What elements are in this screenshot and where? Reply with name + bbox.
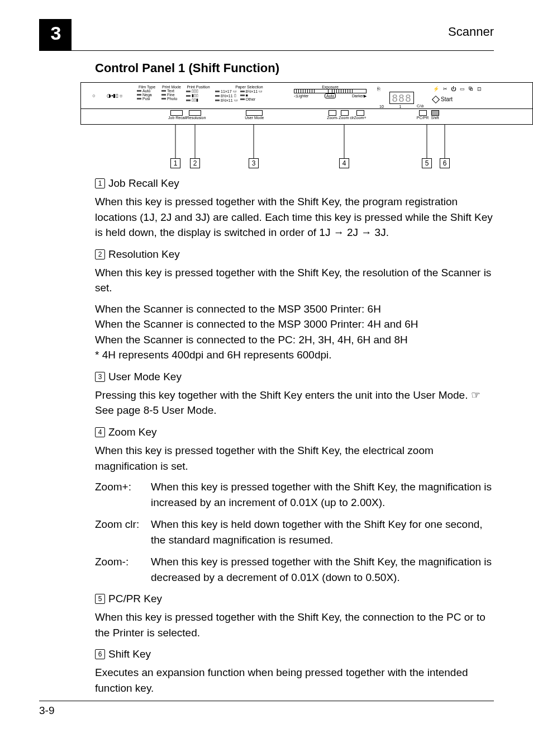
key-5-title: 5PC/PR Key xyxy=(95,593,494,605)
key-1-label: Job Recall Key xyxy=(108,177,179,190)
counter-one-label: 1 xyxy=(399,105,401,108)
zoom-row: Zoom clr:When this key is held down toge… xyxy=(95,517,494,547)
key-2-label: Resolution Key xyxy=(108,248,180,261)
zoom-clr-key[interactable] xyxy=(341,110,349,116)
counter-ten-label: 10 xyxy=(379,105,384,108)
callout-2: 2 xyxy=(190,158,200,168)
zoom-text: When this key is held down together with… xyxy=(151,517,494,547)
key-6-title: 6Shift Key xyxy=(95,648,494,660)
film-type-auto: Auto xyxy=(142,89,150,93)
zoom-label: Zoom-: xyxy=(95,554,151,585)
key-5-paragraph: When this key is pressed together with t… xyxy=(95,609,494,640)
callout-3: 3 xyxy=(249,158,259,168)
paper-11x17: 11×17 xyxy=(221,89,232,93)
job-recall-key[interactable] xyxy=(170,110,183,116)
user-mode-label: User Mode xyxy=(244,116,265,120)
film-type-nega: Nega xyxy=(142,93,152,97)
paper-8half-b: 8½×11 xyxy=(221,98,233,102)
counter-stop-label: C/ xyxy=(417,104,421,108)
exposure-lighter: Lighter xyxy=(297,94,308,98)
exposure-darker: Darker xyxy=(352,94,364,98)
key-4-number-icon: 4 xyxy=(95,427,105,437)
print-mode-header: Print Mode xyxy=(161,85,182,89)
key-1-number-icon: 1 xyxy=(95,178,105,188)
paper-8half-a: 8½×11 xyxy=(221,94,233,98)
key-3-paragraph: Pressing this key together with the Shif… xyxy=(95,388,494,418)
key-2-number-icon: 2 xyxy=(95,249,105,259)
callout-6: 6 xyxy=(440,158,450,168)
key-2-paragraph: When this key is pressed together with t… xyxy=(95,265,494,296)
counter-digits: 888 xyxy=(389,92,414,104)
resolution-key[interactable] xyxy=(189,110,201,116)
print-mode-text: Text xyxy=(167,89,174,93)
exposure-auto: Auto xyxy=(325,93,336,98)
resolution-label: Resolusion xyxy=(187,116,206,120)
exposure-header: Exposure xyxy=(322,85,339,89)
key-2-title: 2Resolution Key xyxy=(95,248,494,261)
key-5-number-icon: 5 xyxy=(95,594,105,604)
paper-selection-header: Paper Selection xyxy=(215,85,283,89)
film-type-header: Film Type xyxy=(137,85,157,89)
start-label: Start xyxy=(441,96,453,102)
key-4-paragraph: When this key is pressed together with t… xyxy=(95,443,494,474)
pcpr-label: PC/PR xyxy=(417,116,429,120)
zoom-minus-label: Zoom- xyxy=(326,116,339,120)
figure-callouts: 1 2 3 4 5 6 xyxy=(80,125,533,169)
key-6-label: Shift Key xyxy=(108,648,151,660)
paper-other: Other xyxy=(246,97,256,101)
job-recall-label: Job Recall xyxy=(168,116,187,120)
key-6-paragraph: Executes an expansion function when bein… xyxy=(95,665,494,696)
print-mode-photo: Photo xyxy=(167,97,177,101)
page-footer: 3-9 xyxy=(39,701,494,717)
zoom-label: Zoom clr: xyxy=(95,517,151,547)
user-mode-key[interactable] xyxy=(246,110,263,116)
header-right-title: Scanner xyxy=(448,19,494,39)
zoom-label: Zoom+: xyxy=(95,479,151,510)
control-panel-figure: ○ ◑▪▮▯☼ Film Type Auto Nega Posi Print M… xyxy=(80,82,533,125)
key-3-label: User Mode Key xyxy=(108,371,182,383)
paper-8half-c: 8½×11 xyxy=(246,89,258,93)
page-header: 3 Scanner xyxy=(39,19,494,51)
zoom-plus-label: Zoom+ xyxy=(354,116,367,120)
key-3-number-icon: 3 xyxy=(95,372,105,382)
start-diamond-icon xyxy=(432,95,440,103)
key-1-title: 1Job Recall Key xyxy=(95,177,494,190)
callout-1: 1 xyxy=(170,158,180,168)
key-3-title: 3User Mode Key xyxy=(95,371,494,383)
zoom-row: Zoom+:When this key is pressed together … xyxy=(95,479,494,510)
shift-label: Shift xyxy=(429,116,441,120)
zoom-text: When this key is pressed together with t… xyxy=(151,479,494,510)
callout-4: 4 xyxy=(339,158,349,168)
pcpr-key[interactable] xyxy=(419,110,427,116)
zoom-minus-key[interactable] xyxy=(329,110,336,116)
key-2-paragraph: When the Scanner is connected to the MSP… xyxy=(95,301,494,363)
zoom-clr-label: Zoom clr xyxy=(339,116,354,120)
zoom-row: Zoom-:When this key is pressed together … xyxy=(95,554,494,585)
key-5-label: PC/PR Key xyxy=(108,593,162,605)
zoom-plus-key[interactable] xyxy=(356,110,364,116)
print-position-header: Print Position xyxy=(186,85,211,89)
key-1-paragraph: When this key is pressed together with t… xyxy=(95,194,494,240)
shift-key[interactable] xyxy=(431,110,439,116)
zoom-text: When this key is pressed together with t… xyxy=(151,554,494,585)
print-mode-fine: Fine xyxy=(167,93,175,97)
film-type-posi: Posi xyxy=(142,97,150,101)
key-4-label: Zoom Key xyxy=(108,426,157,438)
section-title: Control Panel 1 (Shift Function) xyxy=(95,61,494,75)
callout-5: 5 xyxy=(422,158,432,168)
key-6-number-icon: 6 xyxy=(95,649,105,659)
chapter-tab: 3 xyxy=(39,19,72,50)
status-icons: ⚡ ✂ ⏻ ▭ ⧉ ⊡ xyxy=(433,86,483,92)
body-text: 1Job Recall KeyWhen this key is pressed … xyxy=(95,177,494,696)
key-4-title: 4Zoom Key xyxy=(95,426,494,438)
